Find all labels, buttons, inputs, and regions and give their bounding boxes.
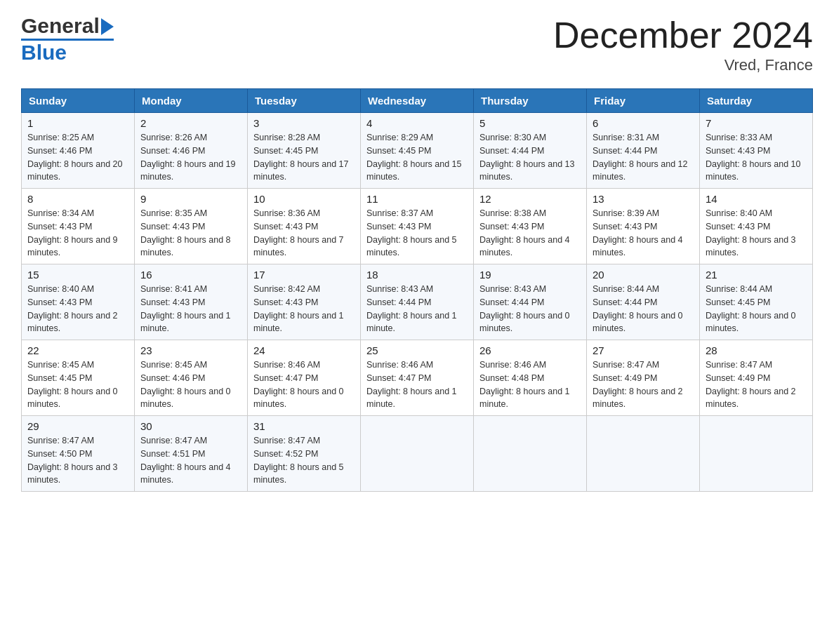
day-header-monday: Monday <box>135 89 248 113</box>
sunrise-text: Sunrise: 8:40 AM <box>706 208 772 218</box>
calendar-cell: 5Sunrise: 8:30 AMSunset: 4:44 PMDaylight… <box>474 113 587 189</box>
day-number: 7 <box>706 117 807 129</box>
sunset-text: Sunset: 4:43 PM <box>27 222 92 232</box>
day-info: Sunrise: 8:44 AMSunset: 4:44 PMDaylight:… <box>593 283 694 335</box>
sunrise-text: Sunrise: 8:38 AM <box>479 208 546 218</box>
calendar-body: 1Sunrise: 8:25 AMSunset: 4:46 PMDaylight… <box>22 113 813 492</box>
day-info: Sunrise: 8:28 AMSunset: 4:45 PMDaylight:… <box>253 131 355 184</box>
sunset-text: Sunset: 4:45 PM <box>706 297 770 307</box>
day-number: 27 <box>593 344 694 356</box>
daylight-text: Daylight: 8 hours and 9 minutes. <box>27 235 118 258</box>
sunset-text: Sunset: 4:43 PM <box>366 222 431 232</box>
logo-arrow-icon <box>101 18 114 35</box>
sunset-text: Sunset: 4:43 PM <box>593 222 657 232</box>
sunset-text: Sunset: 4:44 PM <box>479 146 544 156</box>
calendar-cell: 19Sunrise: 8:43 AMSunset: 4:44 PMDayligh… <box>474 264 587 340</box>
sunrise-text: Sunrise: 8:47 AM <box>253 436 320 445</box>
calendar-cell: 3Sunrise: 8:28 AMSunset: 4:45 PMDaylight… <box>248 113 361 189</box>
sunrise-text: Sunrise: 8:43 AM <box>366 284 433 294</box>
calendar-cell: 18Sunrise: 8:43 AMSunset: 4:44 PMDayligh… <box>361 264 474 340</box>
day-info: Sunrise: 8:34 AMSunset: 4:43 PMDaylight:… <box>27 207 128 260</box>
day-number: 24 <box>253 344 355 356</box>
sunrise-text: Sunrise: 8:26 AM <box>140 133 207 142</box>
daylight-text: Daylight: 8 hours and 0 minutes. <box>253 387 344 410</box>
calendar-week-row: 22Sunrise: 8:45 AMSunset: 4:45 PMDayligh… <box>22 340 813 416</box>
day-number: 26 <box>479 344 581 356</box>
day-info: Sunrise: 8:46 AMSunset: 4:47 PMDaylight:… <box>366 358 468 411</box>
day-info: Sunrise: 8:30 AMSunset: 4:44 PMDaylight:… <box>479 131 581 184</box>
day-info: Sunrise: 8:47 AMSunset: 4:49 PMDaylight:… <box>706 358 807 411</box>
calendar-cell <box>474 416 587 492</box>
calendar-week-row: 8Sunrise: 8:34 AMSunset: 4:43 PMDaylight… <box>22 189 813 264</box>
daylight-text: Daylight: 8 hours and 0 minutes. <box>706 311 796 334</box>
daylight-text: Daylight: 8 hours and 1 minute. <box>253 311 344 334</box>
daylight-text: Daylight: 8 hours and 7 minutes. <box>253 235 344 258</box>
calendar-cell: 31Sunrise: 8:47 AMSunset: 4:52 PMDayligh… <box>248 416 361 492</box>
day-number: 2 <box>140 117 241 129</box>
daylight-text: Daylight: 8 hours and 4 minutes. <box>479 235 570 258</box>
sunrise-text: Sunrise: 8:37 AM <box>366 208 433 218</box>
daylight-text: Daylight: 8 hours and 5 minutes. <box>366 235 457 258</box>
calendar-cell: 9Sunrise: 8:35 AMSunset: 4:43 PMDaylight… <box>135 189 248 264</box>
calendar-cell: 30Sunrise: 8:47 AMSunset: 4:51 PMDayligh… <box>135 416 248 492</box>
sunrise-text: Sunrise: 8:36 AM <box>253 208 320 218</box>
day-number: 30 <box>140 420 241 432</box>
day-number: 6 <box>593 117 694 129</box>
calendar-cell: 26Sunrise: 8:46 AMSunset: 4:48 PMDayligh… <box>474 340 587 416</box>
day-number: 20 <box>593 269 694 281</box>
daylight-text: Daylight: 8 hours and 20 minutes. <box>27 159 123 182</box>
logo-blue-text: Blue <box>21 41 67 65</box>
day-number: 1 <box>27 117 128 129</box>
day-number: 4 <box>366 117 468 129</box>
sunset-text: Sunset: 4:43 PM <box>140 222 205 232</box>
sunrise-text: Sunrise: 8:35 AM <box>140 208 207 218</box>
daylight-text: Daylight: 8 hours and 2 minutes. <box>593 387 683 410</box>
day-number: 14 <box>706 193 807 205</box>
day-number: 22 <box>27 344 128 356</box>
day-info: Sunrise: 8:43 AMSunset: 4:44 PMDaylight:… <box>479 283 581 335</box>
day-number: 29 <box>27 420 128 432</box>
calendar-cell: 1Sunrise: 8:25 AMSunset: 4:46 PMDaylight… <box>22 113 135 189</box>
day-number: 31 <box>253 420 355 432</box>
calendar-cell: 16Sunrise: 8:41 AMSunset: 4:43 PMDayligh… <box>135 264 248 340</box>
day-info: Sunrise: 8:36 AMSunset: 4:43 PMDaylight:… <box>253 207 355 260</box>
day-info: Sunrise: 8:26 AMSunset: 4:46 PMDaylight:… <box>140 131 241 184</box>
day-number: 5 <box>479 117 581 129</box>
sunrise-text: Sunrise: 8:45 AM <box>140 360 207 370</box>
calendar-cell: 23Sunrise: 8:45 AMSunset: 4:46 PMDayligh… <box>135 340 248 416</box>
sunset-text: Sunset: 4:46 PM <box>140 146 205 156</box>
daylight-text: Daylight: 8 hours and 0 minutes. <box>593 311 683 334</box>
page-subtitle: Vred, France <box>553 56 813 74</box>
sunrise-text: Sunrise: 8:45 AM <box>27 360 94 370</box>
daylight-text: Daylight: 8 hours and 15 minutes. <box>366 159 462 182</box>
sunrise-text: Sunrise: 8:46 AM <box>253 360 320 370</box>
day-info: Sunrise: 8:40 AMSunset: 4:43 PMDaylight:… <box>27 283 128 335</box>
sunrise-text: Sunrise: 8:31 AM <box>593 133 659 142</box>
daylight-text: Daylight: 8 hours and 1 minute. <box>366 387 457 410</box>
day-number: 13 <box>593 193 694 205</box>
day-info: Sunrise: 8:47 AMSunset: 4:52 PMDaylight:… <box>253 434 355 487</box>
sunrise-text: Sunrise: 8:34 AM <box>27 208 94 218</box>
calendar-cell: 4Sunrise: 8:29 AMSunset: 4:45 PMDaylight… <box>361 113 474 189</box>
sunset-text: Sunset: 4:51 PM <box>140 449 205 459</box>
title-area: December 2024 Vred, France <box>553 14 813 74</box>
day-info: Sunrise: 8:29 AMSunset: 4:45 PMDaylight:… <box>366 131 468 184</box>
sunset-text: Sunset: 4:44 PM <box>593 297 657 307</box>
day-info: Sunrise: 8:45 AMSunset: 4:45 PMDaylight:… <box>27 358 128 411</box>
sunrise-text: Sunrise: 8:46 AM <box>366 360 433 370</box>
daylight-text: Daylight: 8 hours and 19 minutes. <box>140 159 236 182</box>
daylight-text: Daylight: 8 hours and 0 minutes. <box>479 311 570 334</box>
sunrise-text: Sunrise: 8:33 AM <box>706 133 772 142</box>
sunrise-text: Sunrise: 8:28 AM <box>253 133 320 142</box>
sunset-text: Sunset: 4:45 PM <box>366 146 431 156</box>
day-number: 21 <box>706 269 807 281</box>
calendar-cell: 6Sunrise: 8:31 AMSunset: 4:44 PMDaylight… <box>587 113 700 189</box>
sunset-text: Sunset: 4:48 PM <box>479 373 544 383</box>
day-number: 10 <box>253 193 355 205</box>
calendar-cell <box>587 416 700 492</box>
calendar-cell: 28Sunrise: 8:47 AMSunset: 4:49 PMDayligh… <box>700 340 813 416</box>
calendar-cell: 22Sunrise: 8:45 AMSunset: 4:45 PMDayligh… <box>22 340 135 416</box>
sunrise-text: Sunrise: 8:47 AM <box>706 360 772 370</box>
sunrise-text: Sunrise: 8:42 AM <box>253 284 320 294</box>
day-info: Sunrise: 8:37 AMSunset: 4:43 PMDaylight:… <box>366 207 468 260</box>
